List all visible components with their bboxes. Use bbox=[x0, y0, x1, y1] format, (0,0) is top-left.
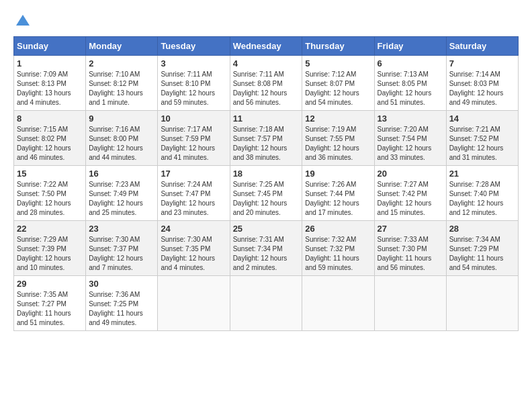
day-number: 29 bbox=[17, 279, 83, 289]
day-number: 17 bbox=[161, 169, 226, 179]
calendar-cell: 30Sunrise: 7:36 AM Sunset: 7:25 PM Dayli… bbox=[86, 276, 158, 331]
calendar-cell: 18Sunrise: 7:25 AM Sunset: 7:45 PM Dayli… bbox=[230, 166, 302, 221]
column-header-friday: Friday bbox=[374, 37, 446, 56]
calendar-cell bbox=[302, 276, 374, 331]
day-number: 9 bbox=[89, 113, 154, 124]
day-number: 8 bbox=[17, 113, 83, 124]
calendar-cell: 10Sunrise: 7:17 AM Sunset: 7:59 PM Dayli… bbox=[158, 111, 230, 166]
day-content: Sunrise: 7:14 AM Sunset: 8:03 PM Dayligh… bbox=[449, 70, 515, 107]
day-number: 23 bbox=[89, 224, 154, 234]
day-content: Sunrise: 7:32 AM Sunset: 7:32 PM Dayligh… bbox=[305, 235, 371, 273]
calendar-cell: 13Sunrise: 7:20 AM Sunset: 7:54 PM Dayli… bbox=[374, 111, 446, 166]
day-number: 18 bbox=[233, 169, 300, 179]
day-content: Sunrise: 7:30 AM Sunset: 7:35 PM Dayligh… bbox=[161, 235, 226, 273]
day-content: Sunrise: 7:36 AM Sunset: 7:25 PM Dayligh… bbox=[89, 290, 154, 328]
calendar-cell bbox=[230, 276, 302, 331]
calendar-cell: 2Sunrise: 7:10 AM Sunset: 8:12 PM Daylig… bbox=[86, 56, 158, 111]
day-content: Sunrise: 7:18 AM Sunset: 7:57 PM Dayligh… bbox=[233, 125, 300, 163]
calendar-cell: 28Sunrise: 7:34 AM Sunset: 7:29 PM Dayli… bbox=[446, 221, 518, 276]
day-content: Sunrise: 7:15 AM Sunset: 8:02 PM Dayligh… bbox=[17, 125, 83, 163]
day-number: 25 bbox=[233, 224, 300, 234]
calendar-cell: 19Sunrise: 7:26 AM Sunset: 7:44 PM Dayli… bbox=[302, 166, 374, 221]
calendar-cell: 21Sunrise: 7:28 AM Sunset: 7:40 PM Dayli… bbox=[446, 166, 518, 221]
day-number: 28 bbox=[449, 224, 515, 234]
day-content: Sunrise: 7:26 AM Sunset: 7:44 PM Dayligh… bbox=[305, 180, 371, 218]
calendar-cell: 20Sunrise: 7:27 AM Sunset: 7:42 PM Dayli… bbox=[374, 166, 446, 221]
day-content: Sunrise: 7:19 AM Sunset: 7:55 PM Dayligh… bbox=[305, 125, 371, 163]
day-number: 22 bbox=[17, 224, 83, 234]
day-content: Sunrise: 7:17 AM Sunset: 7:59 PM Dayligh… bbox=[161, 125, 226, 163]
day-content: Sunrise: 7:27 AM Sunset: 7:42 PM Dayligh… bbox=[378, 180, 443, 218]
day-content: Sunrise: 7:23 AM Sunset: 7:49 PM Dayligh… bbox=[89, 180, 154, 218]
day-number: 10 bbox=[161, 113, 226, 124]
day-content: Sunrise: 7:09 AM Sunset: 8:13 PM Dayligh… bbox=[17, 70, 83, 107]
logo bbox=[13, 13, 31, 30]
day-number: 30 bbox=[89, 279, 154, 289]
calendar-cell: 17Sunrise: 7:24 AM Sunset: 7:47 PM Dayli… bbox=[158, 166, 230, 221]
calendar-cell: 25Sunrise: 7:31 AM Sunset: 7:34 PM Dayli… bbox=[230, 221, 302, 276]
day-content: Sunrise: 7:28 AM Sunset: 7:40 PM Dayligh… bbox=[449, 180, 515, 218]
calendar-cell: 7Sunrise: 7:14 AM Sunset: 8:03 PM Daylig… bbox=[446, 56, 518, 111]
day-content: Sunrise: 7:11 AM Sunset: 8:08 PM Dayligh… bbox=[233, 70, 300, 107]
day-number: 3 bbox=[161, 58, 226, 68]
calendar-cell bbox=[446, 276, 518, 331]
day-content: Sunrise: 7:16 AM Sunset: 8:00 PM Dayligh… bbox=[89, 125, 154, 163]
calendar-cell: 27Sunrise: 7:33 AM Sunset: 7:30 PM Dayli… bbox=[374, 221, 446, 276]
day-content: Sunrise: 7:21 AM Sunset: 7:52 PM Dayligh… bbox=[449, 125, 515, 163]
column-header-thursday: Thursday bbox=[302, 37, 374, 56]
calendar-cell: 29Sunrise: 7:35 AM Sunset: 7:27 PM Dayli… bbox=[14, 276, 86, 331]
calendar-cell: 16Sunrise: 7:23 AM Sunset: 7:49 PM Dayli… bbox=[86, 166, 158, 221]
calendar-cell: 24Sunrise: 7:30 AM Sunset: 7:35 PM Dayli… bbox=[158, 221, 230, 276]
day-content: Sunrise: 7:34 AM Sunset: 7:29 PM Dayligh… bbox=[449, 235, 515, 273]
day-content: Sunrise: 7:25 AM Sunset: 7:45 PM Dayligh… bbox=[233, 180, 300, 218]
calendar-table: SundayMondayTuesdayWednesdayThursdayFrid… bbox=[13, 36, 519, 331]
day-number: 16 bbox=[89, 169, 154, 179]
calendar-cell: 4Sunrise: 7:11 AM Sunset: 8:08 PM Daylig… bbox=[230, 56, 302, 111]
calendar-cell: 15Sunrise: 7:22 AM Sunset: 7:50 PM Dayli… bbox=[14, 166, 86, 221]
calendar-cell: 26Sunrise: 7:32 AM Sunset: 7:32 PM Dayli… bbox=[302, 221, 374, 276]
day-number: 20 bbox=[378, 169, 443, 179]
day-number: 2 bbox=[89, 58, 154, 68]
page-header bbox=[13, 13, 519, 30]
day-number: 6 bbox=[378, 58, 443, 68]
calendar-cell bbox=[158, 276, 230, 331]
day-number: 15 bbox=[17, 169, 83, 179]
calendar-cell bbox=[374, 276, 446, 331]
day-number: 14 bbox=[449, 113, 515, 124]
calendar-cell: 14Sunrise: 7:21 AM Sunset: 7:52 PM Dayli… bbox=[446, 111, 518, 166]
day-number: 24 bbox=[161, 224, 226, 234]
day-number: 27 bbox=[378, 224, 443, 234]
calendar-cell: 1Sunrise: 7:09 AM Sunset: 8:13 PM Daylig… bbox=[14, 56, 86, 111]
day-content: Sunrise: 7:11 AM Sunset: 8:10 PM Dayligh… bbox=[161, 70, 226, 107]
day-number: 12 bbox=[305, 113, 371, 124]
column-header-monday: Monday bbox=[86, 37, 158, 56]
calendar-cell: 6Sunrise: 7:13 AM Sunset: 8:05 PM Daylig… bbox=[374, 56, 446, 111]
column-header-tuesday: Tuesday bbox=[158, 37, 230, 56]
day-number: 13 bbox=[378, 113, 443, 124]
calendar-cell: 5Sunrise: 7:12 AM Sunset: 8:07 PM Daylig… bbox=[302, 56, 374, 111]
day-content: Sunrise: 7:13 AM Sunset: 8:05 PM Dayligh… bbox=[378, 70, 443, 107]
day-number: 21 bbox=[449, 169, 515, 179]
day-content: Sunrise: 7:31 AM Sunset: 7:34 PM Dayligh… bbox=[233, 235, 300, 273]
day-number: 26 bbox=[305, 224, 371, 234]
logo-icon bbox=[15, 13, 31, 30]
calendar-cell: 8Sunrise: 7:15 AM Sunset: 8:02 PM Daylig… bbox=[14, 111, 86, 166]
day-content: Sunrise: 7:30 AM Sunset: 7:37 PM Dayligh… bbox=[89, 235, 154, 273]
day-number: 11 bbox=[233, 113, 300, 124]
column-header-sunday: Sunday bbox=[14, 37, 86, 56]
day-number: 4 bbox=[233, 58, 300, 68]
column-header-saturday: Saturday bbox=[446, 37, 518, 56]
day-number: 7 bbox=[449, 58, 515, 68]
calendar-cell: 3Sunrise: 7:11 AM Sunset: 8:10 PM Daylig… bbox=[158, 56, 230, 111]
day-content: Sunrise: 7:10 AM Sunset: 8:12 PM Dayligh… bbox=[89, 70, 154, 107]
column-header-wednesday: Wednesday bbox=[230, 37, 302, 56]
calendar-cell: 11Sunrise: 7:18 AM Sunset: 7:57 PM Dayli… bbox=[230, 111, 302, 166]
calendar-cell: 23Sunrise: 7:30 AM Sunset: 7:37 PM Dayli… bbox=[86, 221, 158, 276]
day-number: 1 bbox=[17, 58, 83, 68]
calendar-cell: 22Sunrise: 7:29 AM Sunset: 7:39 PM Dayli… bbox=[14, 221, 86, 276]
svg-marker-0 bbox=[16, 15, 30, 26]
day-content: Sunrise: 7:35 AM Sunset: 7:27 PM Dayligh… bbox=[17, 290, 83, 328]
day-number: 5 bbox=[305, 58, 371, 68]
day-content: Sunrise: 7:22 AM Sunset: 7:50 PM Dayligh… bbox=[17, 180, 83, 218]
day-content: Sunrise: 7:33 AM Sunset: 7:30 PM Dayligh… bbox=[378, 235, 443, 273]
